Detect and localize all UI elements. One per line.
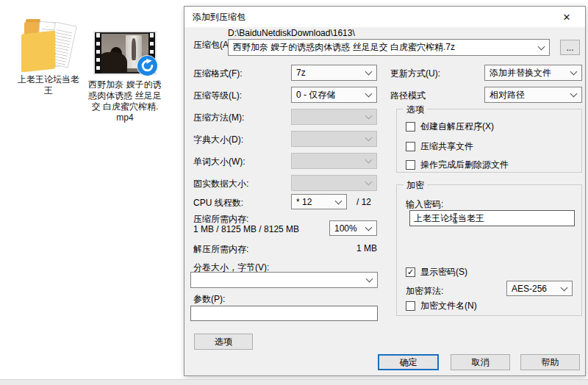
level-select[interactable]: 0 - 仅存储 [291, 87, 377, 103]
threads-label: CPU 线程数: [193, 197, 243, 209]
browse-button[interactable]: ... [560, 40, 580, 55]
encryption-method-select[interactable]: AES-256 [506, 281, 573, 296]
checkbox-box-checked: ✓ [406, 267, 415, 277]
desktop-icon-video[interactable]: 西野加奈 嫂子的诱惑肉体诱惑 丝足足交 白虎蜜穴榨精.mp4 [84, 31, 166, 123]
parameters-input[interactable] [190, 306, 378, 321]
checkbox-encrypt-filenames[interactable]: 加密文件名(N) [406, 300, 477, 312]
player-badge-icon [137, 56, 157, 76]
checkbox-show-password[interactable]: ✓ 显示密码(S) [406, 266, 467, 278]
memory-decompress-value: 1 MB [324, 243, 377, 253]
chevron-down-icon [570, 68, 578, 76]
options-group: 选项 创建自解压程序(X) 压缩共享文件 操作完成后删除源文件 [396, 109, 582, 173]
format-select[interactable]: 7z [291, 65, 377, 81]
taskbar-edge [0, 379, 588, 385]
encryption-group: 加密 输入密码: 上老王论坛当老王 ✓ 显示密码(S) 加密算法: AES-25… [396, 184, 582, 316]
dictionary-label: 字典大小(D): [193, 134, 243, 146]
update-mode-select[interactable]: 添加并替换文件 [484, 65, 582, 81]
chevron-down-icon [365, 223, 373, 231]
archive-dir: D:\BaiduNetdiskDownload\1613\ [228, 28, 355, 38]
chevron-down-icon [365, 179, 373, 186]
chevron-down-icon [365, 68, 373, 76]
chevron-down-icon [365, 156, 373, 164]
method-label: 压缩方法(M): [193, 112, 244, 124]
options-button[interactable]: 选项 [194, 334, 253, 350]
thumbnail-person [132, 38, 136, 60]
video-file-icon [93, 31, 157, 75]
memory-compress-detail: 1 MB / 8125 MB / 8125 MB [193, 224, 299, 234]
chevron-down-icon [561, 284, 568, 291]
check-icon: ✓ [407, 268, 414, 276]
browse-ellipsis: ... [566, 43, 573, 53]
chevron-down-icon [365, 134, 373, 142]
volume-size-combobox[interactable] [190, 272, 378, 288]
checkbox-compress-shared[interactable]: 压缩共享文件 [406, 140, 473, 153]
encryption-group-title: 加密 [404, 179, 427, 192]
dialog-titlebar[interactable]: 添加到压缩包 [184, 7, 585, 27]
chevron-down-icon [365, 112, 373, 120]
checkbox-box [406, 160, 415, 170]
text-cursor-ibeam [455, 213, 456, 223]
path-mode-label: 路径模式 [390, 90, 426, 102]
checkbox-box [406, 122, 415, 132]
thumbnail-bed [101, 52, 127, 72]
password-label: 输入密码: [406, 198, 443, 211]
encryption-method-label: 加密算法: [406, 285, 443, 298]
help-button[interactable]: 帮助 [520, 354, 580, 370]
ok-button[interactable]: 确定 [378, 354, 439, 370]
word-size-select [291, 153, 377, 169]
chevron-down-icon [335, 197, 343, 204]
solid-block-select [291, 175, 377, 191]
chevron-down-icon [366, 276, 373, 283]
desktop-icon-folder[interactable]: 上老王论坛当老王 [10, 16, 87, 96]
folder-icon [21, 16, 76, 72]
cancel-button[interactable]: 取消 [451, 354, 510, 370]
chevron-down-icon [365, 90, 373, 98]
archive-name-value: 西野加奈 嫂子的诱惑肉体诱惑 丝足足交 白虎蜜穴榨精.7z [233, 41, 455, 54]
level-label: 压缩等级(L): [193, 90, 242, 102]
dialog-title: 添加到压缩包 [193, 11, 245, 24]
memory-decompress-label: 解压所需内存: [193, 243, 248, 256]
memory-percent-select[interactable]: 100% [329, 220, 377, 236]
path-mode-select[interactable]: 相对路径 [484, 87, 582, 103]
archive-name-combobox[interactable]: 西野加奈 嫂子的诱惑肉体诱惑 丝足足交 白虎蜜穴榨精.7z [228, 39, 550, 56]
archive-label: 压缩包(A) [193, 39, 232, 51]
checkbox-delete-after[interactable]: 操作完成后删除源文件 [406, 159, 509, 171]
update-mode-label: 更新方式(U): [390, 68, 440, 80]
folder-front [21, 31, 55, 73]
checkbox-box [406, 301, 415, 311]
method-select [291, 109, 377, 125]
solid-block-label: 固实数据大小: [193, 178, 248, 190]
chevron-down-icon [570, 90, 578, 98]
checkbox-box [406, 142, 415, 151]
password-input[interactable]: 上老王论坛当老王 [409, 210, 575, 226]
video-icon-label: 西野加奈 嫂子的诱惑肉体诱惑 丝足足交 白虎蜜穴榨精.mp4 [88, 79, 162, 123]
dictionary-select [291, 131, 377, 147]
parameters-label: 参数(P): [193, 293, 225, 306]
close-icon: ✕ [563, 12, 571, 23]
close-button[interactable]: ✕ [551, 7, 582, 26]
add-to-archive-dialog: 添加到压缩包 ✕ 压缩包(A) D:\BaiduNetdiskDownload\… [184, 6, 586, 376]
film-sprocket-holes [95, 32, 101, 73]
threads-select[interactable]: * 12 [291, 194, 347, 209]
chevron-down-icon [538, 43, 545, 50]
word-size-label: 单词大小(W): [193, 156, 245, 168]
checkbox-create-sfx[interactable]: 创建自解压程序(X) [406, 120, 494, 133]
threads-max: / 12 [356, 197, 371, 207]
format-label: 压缩格式(F): [193, 68, 243, 80]
options-group-title: 选项 [404, 104, 427, 116]
folder-icon-label: 上老王论坛当老王 [15, 74, 82, 96]
